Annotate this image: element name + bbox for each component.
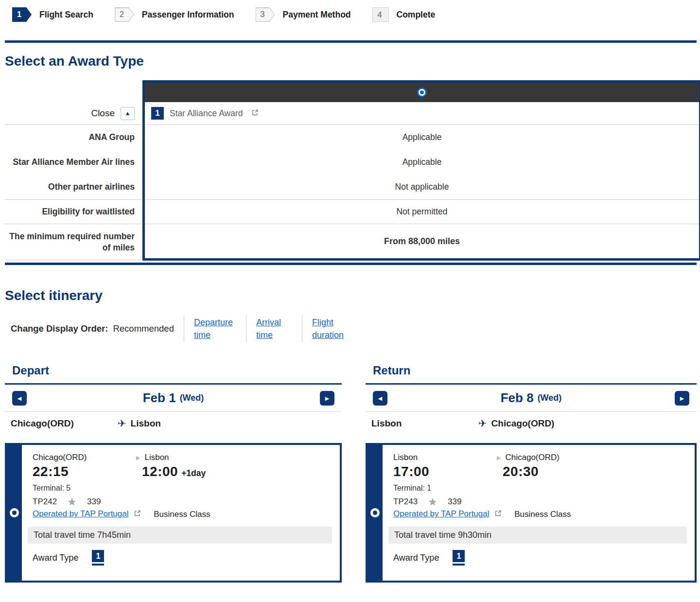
sort-option-arrival-time: Arrival time	[246, 315, 302, 342]
close-row: Close ▲	[5, 102, 142, 125]
row-label-waitlist: Eligibility for waitlisted	[5, 200, 142, 224]
step-1-number: 1	[12, 7, 26, 22]
award-type-1-tab[interactable]: 1	[92, 550, 104, 566]
award-badge-underline	[92, 564, 104, 566]
departure-time: 17:00	[393, 464, 429, 479]
return-next-day-button[interactable]: ▶	[675, 391, 689, 406]
external-link-icon	[494, 510, 502, 519]
sort-link-departure-time[interactable]: Departure time	[194, 316, 236, 341]
aircraft-type: 339	[448, 497, 461, 507]
arrival-time-group: 12:00 +1day	[142, 464, 206, 479]
value-other-partners: Not applicable	[145, 175, 699, 199]
return-route-origin: Lisbon	[371, 418, 402, 429]
cabin-class: Business Class	[514, 510, 571, 519]
award-type-badge: 1	[453, 550, 465, 562]
return-date-nav: ◀ Feb 8 (Wed) ▶	[366, 385, 697, 412]
aircraft-type: 339	[87, 497, 101, 507]
sort-link-flight-duration[interactable]: Flight duration	[312, 316, 354, 341]
chevron-right-icon: ▶	[325, 395, 329, 402]
terminal-info: Terminal: 1	[393, 484, 688, 493]
chevron-left-icon: ◀	[378, 395, 382, 402]
award-type-1-badge: 1	[151, 107, 164, 120]
step-flight-search: 1 Flight Search	[12, 7, 93, 22]
depart-route-origin: Chicago(ORD)	[11, 418, 74, 429]
external-link-icon	[134, 510, 141, 519]
depart-flight-select[interactable]	[7, 445, 22, 581]
step-3-label: Payment Method	[283, 10, 351, 20]
depart-route: Chicago(ORD) ✈ Lisbon	[5, 412, 342, 435]
step-complete: 4 Complete	[372, 7, 436, 22]
step-4-number: 4	[373, 8, 387, 22]
airplane-icon: ✈	[478, 418, 487, 429]
flight-destination-group: ▶ Lisbon	[136, 453, 169, 462]
star-alliance-icon: ★	[428, 497, 437, 507]
airplane-icon: ✈	[118, 418, 126, 429]
step-3-number: 3	[256, 7, 270, 22]
depart-day-of-week: (Wed)	[180, 393, 204, 403]
award-type-name-link[interactable]: Star Alliance Award	[170, 108, 243, 119]
sort-links: Departure time Arrival time Flight durat…	[184, 315, 364, 342]
total-travel-time: Total travel time 7h45min	[28, 527, 332, 544]
row-label-star-alliance-members: Star Alliance Member Air lines	[5, 150, 142, 175]
close-label: Close	[91, 108, 115, 119]
award-badge-underline	[453, 564, 465, 566]
flight-origin: Lisbon	[393, 453, 418, 462]
depart-flight-details: Chicago(ORD) ▶ Lisbon 22:15 12:00 +1day	[22, 445, 340, 581]
step-4-label: Complete	[397, 10, 436, 20]
depart-route-destination-group: ✈ Lisbon	[118, 418, 161, 429]
return-flight-details: Lisbon ▶ Chicago(ORD) 17:00 20:30 Te	[383, 445, 695, 581]
sort-label: Change Display Order:	[11, 323, 108, 334]
sort-current-value: Recommended	[113, 323, 174, 334]
award-type-table: Close ▲ ANA Group Star Alliance Member A…	[5, 80, 697, 263]
operated-by-link[interactable]: Operated by TAP Portugal	[33, 509, 129, 518]
arrival-day-offset: +1day	[181, 468, 206, 478]
return-route-destination: Chicago(ORD)	[491, 418, 555, 429]
return-flight-select[interactable]	[368, 445, 383, 581]
itinerary-panels: Depart ◀ Feb 1 (Wed) ▶ Chicago(ORD) ✈ Li…	[5, 364, 697, 583]
return-day-of-week: (Wed)	[538, 393, 562, 403]
cabin-class: Business Class	[154, 510, 210, 519]
step-2-label: Passenger Information	[142, 10, 234, 20]
time-row: 17:00 20:30	[393, 464, 688, 479]
award-column-title-row: 1 Star Alliance Award	[145, 102, 699, 125]
terminal-info: Terminal: 5	[33, 484, 333, 493]
arrival-time: 20:30	[503, 464, 539, 479]
depart-next-day-button[interactable]: ▶	[320, 391, 334, 406]
sort-controls: Change Display Order: Recommended Depart…	[5, 315, 697, 342]
step-4-badge: 4	[372, 7, 389, 22]
chevron-up-icon: ▲	[125, 110, 131, 117]
step-2-number: 2	[115, 7, 129, 22]
flight-destination: Lisbon	[144, 453, 169, 462]
depart-date: Feb 1	[143, 390, 176, 406]
award-type-label: Award Type	[33, 553, 78, 563]
arrival-time: 12:00	[142, 464, 178, 479]
award-column-radio[interactable]	[420, 90, 424, 94]
depart-prev-day-button[interactable]: ◀	[12, 391, 27, 406]
flight-radio-icon	[373, 511, 377, 515]
step-passenger-information: 2 Passenger Information	[115, 7, 234, 22]
city-row: Chicago(ORD) ▶ Lisbon	[33, 453, 333, 462]
award-column-header	[145, 83, 699, 102]
city-row: Lisbon ▶ Chicago(ORD)	[393, 453, 688, 462]
star-alliance-icon: ★	[68, 497, 76, 507]
value-minimum-miles: From 88,000 miles	[145, 224, 699, 258]
value-star-alliance-members: Applicable	[145, 150, 699, 175]
return-prev-day-button[interactable]: ◀	[373, 391, 387, 406]
operated-by-link[interactable]: Operated by TAP Portugal	[393, 509, 490, 518]
depart-heading: Depart	[5, 364, 342, 377]
sort-link-arrival-time[interactable]: Arrival time	[256, 316, 292, 341]
award-type-1-tab[interactable]: 1	[453, 550, 465, 566]
flight-radio-icon	[12, 511, 17, 515]
operated-row: Operated by TAP Portugal Business Class	[393, 509, 688, 519]
award-type-row: Award Type 1	[33, 550, 333, 566]
value-ana-group: Applicable	[145, 125, 699, 150]
flight-origin: Chicago(ORD)	[33, 453, 87, 462]
step-3-badge: 3	[256, 7, 275, 22]
departure-time: 22:15	[33, 464, 69, 479]
booking-stepper: 1 Flight Search 2 Passenger Information …	[5, 7, 697, 22]
collapse-button[interactable]: ▲	[121, 107, 135, 120]
time-row: 22:15 12:00 +1day	[33, 464, 333, 479]
depart-flight-card: Chicago(ORD) ▶ Lisbon 22:15 12:00 +1day	[5, 443, 342, 583]
step-1-label: Flight Search	[39, 10, 93, 20]
row-label-other-partners: Other partner airlines	[5, 175, 142, 199]
